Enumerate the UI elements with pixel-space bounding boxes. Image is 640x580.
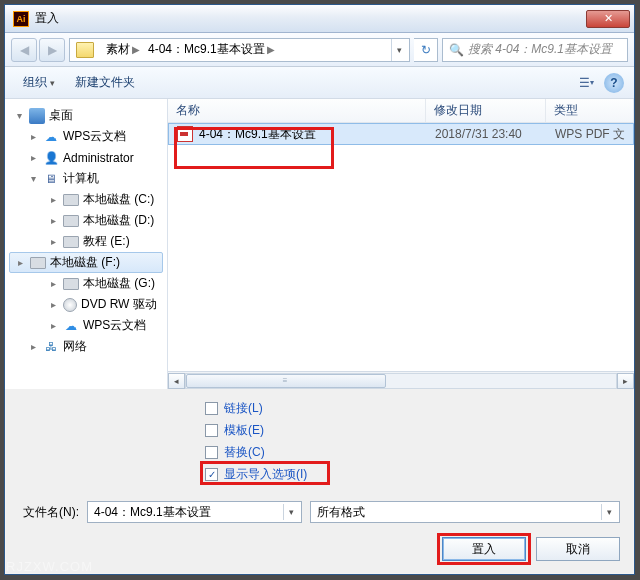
tree-drive-d[interactable]: ▸本地磁盘 (D:) bbox=[5, 210, 167, 231]
refresh-button[interactable]: ↻ bbox=[414, 38, 438, 62]
checkbox-show-import[interactable]: ✓显示导入选项(I) bbox=[205, 463, 634, 485]
file-date: 2018/7/31 23:40 bbox=[427, 127, 547, 141]
nav-bar: ◀ ▶ 素材▶ 4-04：Mc9.1基本设置▶ ▾ ↻ 🔍 搜索 4-04：Mc… bbox=[5, 33, 634, 67]
nav-forward-button[interactable]: ▶ bbox=[39, 38, 65, 62]
tree-wpscloud[interactable]: ▸☁WPS云文档 bbox=[5, 126, 167, 147]
filename-row: 文件名(N): 4-04：Mc9.1基本设置▾ 所有格式▾ bbox=[5, 493, 634, 531]
titlebar: Ai 置入 ✕ bbox=[5, 5, 634, 33]
filename-label: 文件名(N): bbox=[19, 504, 79, 521]
view-mode-button[interactable]: ☰▾ bbox=[572, 72, 600, 94]
options-panel: 链接(L) 模板(E) 替换(C) ✓显示导入选项(I) bbox=[5, 389, 634, 493]
body: ▾桌面 ▸☁WPS云文档 ▸👤Administrator ▾🖥计算机 ▸本地磁盘… bbox=[5, 99, 634, 389]
path-segment[interactable]: 素材 bbox=[106, 41, 130, 58]
checkbox-replace[interactable]: 替换(C) bbox=[205, 441, 634, 463]
col-type[interactable]: 类型 bbox=[546, 99, 634, 122]
place-button[interactable]: 置入 bbox=[442, 537, 526, 561]
checkbox-template[interactable]: 模板(E) bbox=[205, 419, 634, 441]
help-button[interactable]: ? bbox=[604, 73, 624, 93]
pdf-icon bbox=[177, 126, 193, 142]
file-row[interactable]: 4-04：Mc9.1基本设置 2018/7/31 23:40 WPS PDF 文 bbox=[168, 123, 634, 145]
organize-menu[interactable]: 组织▾ bbox=[15, 71, 63, 94]
file-list: 名称 修改日期 类型 4-04：Mc9.1基本设置 2018/7/31 23:4… bbox=[168, 99, 634, 389]
window-title: 置入 bbox=[35, 10, 586, 27]
button-row: 置入 取消 bbox=[5, 531, 634, 573]
tree-wpscloud2[interactable]: ▸☁WPS云文档 bbox=[5, 315, 167, 336]
tree-drive-c[interactable]: ▸本地磁盘 (C:) bbox=[5, 189, 167, 210]
chevron-right-icon: ▶ bbox=[267, 44, 275, 55]
folder-tree: ▾桌面 ▸☁WPS云文档 ▸👤Administrator ▾🖥计算机 ▸本地磁盘… bbox=[5, 99, 168, 389]
app-icon: Ai bbox=[13, 11, 29, 27]
cancel-button[interactable]: 取消 bbox=[536, 537, 620, 561]
watermark: RJZXW.COM bbox=[6, 559, 93, 574]
search-placeholder: 搜索 4-04：Mc9.1基本设置 bbox=[468, 41, 612, 58]
tree-drive-f[interactable]: ▸本地磁盘 (F:) bbox=[9, 252, 163, 273]
checkbox-link[interactable]: 链接(L) bbox=[205, 397, 634, 419]
close-button[interactable]: ✕ bbox=[586, 10, 630, 28]
tree-desktop[interactable]: ▾桌面 bbox=[5, 105, 167, 126]
scroll-left-button[interactable]: ◂ bbox=[168, 373, 185, 389]
file-type: WPS PDF 文 bbox=[547, 126, 633, 143]
tree-network[interactable]: ▸🖧网络 bbox=[5, 336, 167, 357]
tree-admin[interactable]: ▸👤Administrator bbox=[5, 147, 167, 168]
toolbar: 组织▾ 新建文件夹 ☰▾ ? bbox=[5, 67, 634, 99]
tree-dvd[interactable]: ▸DVD RW 驱动 bbox=[5, 294, 167, 315]
search-icon: 🔍 bbox=[449, 43, 464, 57]
breadcrumb[interactable]: 素材▶ 4-04：Mc9.1基本设置▶ ▾ bbox=[69, 38, 410, 62]
tree-computer[interactable]: ▾🖥计算机 bbox=[5, 168, 167, 189]
col-date[interactable]: 修改日期 bbox=[426, 99, 546, 122]
check-icon: ✓ bbox=[205, 468, 218, 481]
scroll-thumb[interactable]: ≡ bbox=[186, 374, 386, 388]
chevron-right-icon: ▶ bbox=[132, 44, 140, 55]
tree-drive-e[interactable]: ▸教程 (E:) bbox=[5, 231, 167, 252]
search-input[interactable]: 🔍 搜索 4-04：Mc9.1基本设置 bbox=[442, 38, 628, 62]
tree-drive-g[interactable]: ▸本地磁盘 (G:) bbox=[5, 273, 167, 294]
chevron-down-icon: ▾ bbox=[601, 504, 617, 520]
chevron-down-icon: ▾ bbox=[283, 504, 299, 520]
filename-combo[interactable]: 4-04：Mc9.1基本设置▾ bbox=[87, 501, 302, 523]
list-header: 名称 修改日期 类型 bbox=[168, 99, 634, 123]
nav-back-button[interactable]: ◀ bbox=[11, 38, 37, 62]
hscrollbar[interactable]: ◂ ≡ ▸ bbox=[168, 371, 634, 389]
path-segment[interactable]: 4-04：Mc9.1基本设置 bbox=[148, 41, 265, 58]
col-name[interactable]: 名称 bbox=[168, 99, 426, 122]
folder-icon bbox=[76, 42, 94, 58]
dialog-window: Ai 置入 ✕ ◀ ▶ 素材▶ 4-04：Mc9.1基本设置▶ ▾ ↻ 🔍 搜索… bbox=[4, 4, 635, 575]
new-folder-button[interactable]: 新建文件夹 bbox=[67, 71, 143, 94]
file-name: 4-04：Mc9.1基本设置 bbox=[199, 126, 316, 143]
scroll-right-button[interactable]: ▸ bbox=[617, 373, 634, 389]
filter-combo[interactable]: 所有格式▾ bbox=[310, 501, 620, 523]
path-dropdown[interactable]: ▾ bbox=[391, 39, 407, 61]
